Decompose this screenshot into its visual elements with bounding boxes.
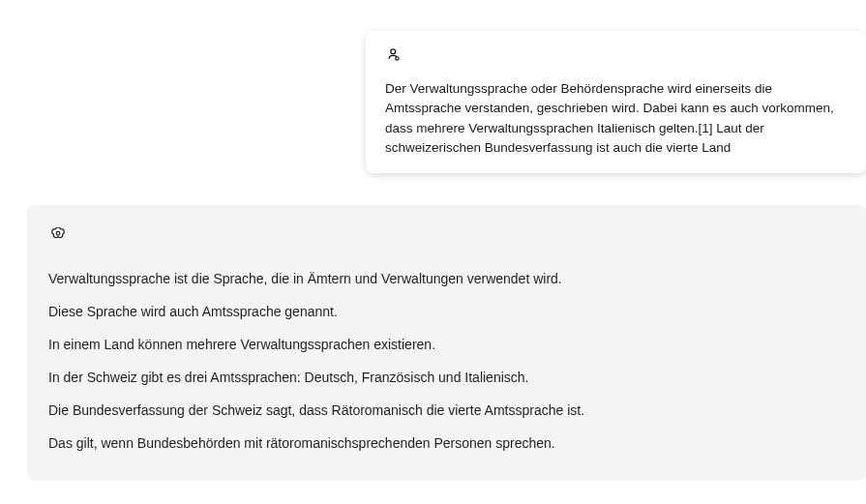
- assistant-logo-icon: [48, 224, 845, 244]
- assistant-paragraph: Die Bundesverfassung der Schweiz sagt, d…: [48, 400, 845, 421]
- assistant-paragraph: Diese Sprache wird auch Amtssprache gena…: [48, 302, 845, 322]
- user-message-text: Der Verwaltungssprache oder Behördenspra…: [385, 79, 847, 158]
- assistant-message-card: Verwaltungssprache ist die Sprache, die …: [27, 205, 866, 481]
- user-avatar-icon: [385, 46, 847, 64]
- svg-point-2: [56, 231, 60, 235]
- assistant-paragraph: In einem Land können mehrere Verwaltungs…: [48, 335, 845, 355]
- user-message-card: Der Verwaltungssprache oder Behördenspra…: [366, 31, 866, 173]
- assistant-message-body: Verwaltungssprache ist die Sprache, die …: [48, 269, 845, 454]
- assistant-paragraph: In der Schweiz gibt es drei Amtssprachen…: [48, 368, 845, 388]
- assistant-paragraph: Das gilt, wenn Bundesbehörden mit rätoro…: [48, 433, 845, 454]
- assistant-paragraph: Verwaltungssprache ist die Sprache, die …: [48, 269, 845, 289]
- svg-point-0: [391, 49, 396, 54]
